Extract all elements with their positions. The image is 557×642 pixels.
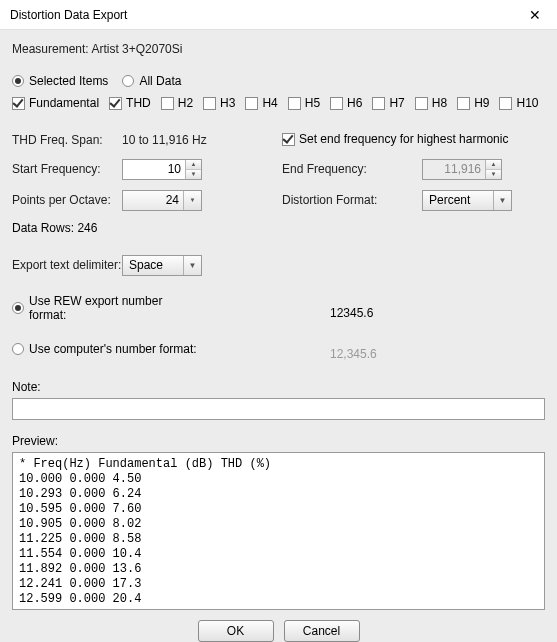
check-set-end-freq-label: Set end frequency for highest harmonic [299,132,508,146]
radio-computer-format[interactable]: Use computer's number format: [12,342,197,356]
check-thd[interactable]: THD [109,96,151,110]
cancel-button[interactable]: Cancel [284,620,360,642]
end-freq-value: 11,916 [423,162,485,176]
check-h7[interactable]: H7 [372,96,404,110]
datarows: Data Rows: 246 [12,221,545,235]
distortion-format-label: Distortion Format: [282,193,422,207]
checkbox-icon [161,97,174,110]
note-input[interactable] [12,398,545,420]
spinner[interactable]: ▲ ▼ [185,160,201,179]
close-button[interactable]: ✕ [512,0,557,30]
cancel-button-label: Cancel [303,624,340,638]
preview-row: 10.293 0.000 6.24 [19,487,141,501]
ppo-label: Points per Octave: [12,193,122,207]
checkbox-icon [415,97,428,110]
scope-row: Selected Items All Data [12,74,545,88]
preview-row: 10.000 0.000 4.50 [19,472,141,486]
distortion-format-select[interactable]: Percent ▼ [422,190,512,211]
check-h3[interactable]: H3 [203,96,235,110]
close-icon: ✕ [529,7,541,23]
checkbox-icon [457,97,470,110]
checkbox-icon [499,97,512,110]
radio-rew-format-label: Use REW export number format: [29,294,198,322]
chevron-down-icon: ▼ [183,256,201,275]
checkbox-icon [282,133,295,146]
preview-row: 11.554 0.000 10.4 [19,547,141,561]
radio-selected-items-label: Selected Items [29,74,108,88]
chevron-down-icon: ▼ [184,191,201,210]
chevron-down-icon: ▼ [486,170,501,179]
checkbox-icon [109,97,122,110]
ok-button[interactable]: OK [198,620,274,642]
note-section: Note: [12,380,545,420]
check-h10[interactable]: H10 [499,96,538,110]
checkbox-icon [288,97,301,110]
check-set-end-freq[interactable]: Set end frequency for highest harmonic [282,132,508,146]
radio-dot-icon [12,302,24,314]
check-thd-label: THD [126,96,151,110]
check-h6[interactable]: H6 [330,96,362,110]
preview-label: Preview: [12,434,545,448]
preview-row: 11.892 0.000 13.6 [19,562,141,576]
check-h6-label: H6 [347,96,362,110]
measurement-value: Artist 3+Q2070Si [91,42,182,56]
check-h3-label: H3 [220,96,235,110]
preview-row: 11.225 0.000 8.58 [19,532,141,546]
preview-row: 12.241 0.000 17.3 [19,577,141,591]
number-format-group: Use REW export number format: 12345.6 Us… [12,294,545,366]
preview-header: * Freq(Hz) Fundamental (dB) THD (%) [19,457,271,471]
ppo-select[interactable]: 24 ▼ [122,190,202,211]
chevron-up-icon[interactable]: ▲ [186,160,201,170]
preview-row: 12.599 0.000 20.4 [19,592,141,606]
radio-dot-icon [12,343,24,355]
distortion-format-value: Percent [423,193,493,207]
measurement-label: Measurement: [12,42,89,56]
delimiter-row: Export text delimiter: Space ▼ [12,255,545,276]
computer-format-example: 12,345.6 [330,347,400,361]
titlebar: Distortion Data Export ✕ [0,0,557,30]
measurement-row: Measurement: Artist 3+Q2070Si [12,42,545,56]
checkbox-icon [203,97,216,110]
radio-selected-items[interactable]: Selected Items [12,74,108,88]
thd-span-value: 10 to 11,916 Hz [122,133,242,147]
check-fundamental[interactable]: Fundamental [12,96,99,110]
ok-button-label: OK [227,624,244,638]
rew-format-example: 12345.6 [330,306,400,320]
check-h8-label: H8 [432,96,447,110]
check-h9[interactable]: H9 [457,96,489,110]
check-h8[interactable]: H8 [415,96,447,110]
window-title: Distortion Data Export [10,8,127,22]
radio-dot-icon [122,75,134,87]
check-h4[interactable]: H4 [245,96,277,110]
dropdown-arrow[interactable]: ▼ [183,191,201,210]
check-h10-label: H10 [516,96,538,110]
check-fundamental-label: Fundamental [29,96,99,110]
button-row: OK Cancel [12,620,545,642]
dialog-content: Measurement: Artist 3+Q2070Si Selected I… [0,30,557,642]
check-h9-label: H9 [474,96,489,110]
check-h5[interactable]: H5 [288,96,320,110]
radio-rew-format[interactable]: Use REW export number format: [12,294,198,322]
checkbox-icon [245,97,258,110]
frequency-grid: THD Freq. Span: 10 to 11,916 Hz Set end … [12,132,545,211]
chevron-down-icon: ▼ [493,191,511,210]
radio-all-data[interactable]: All Data [122,74,181,88]
delimiter-value: Space [123,258,183,272]
datarows-label: Data Rows: [12,221,74,235]
delimiter-label: Export text delimiter: [12,258,122,272]
check-h2[interactable]: H2 [161,96,193,110]
spinner: ▲ ▼ [485,160,501,179]
preview-row: 10.595 0.000 7.60 [19,502,141,516]
radio-computer-format-label: Use computer's number format: [29,342,197,356]
check-h5-label: H5 [305,96,320,110]
radio-all-data-label: All Data [139,74,181,88]
checkbox-icon [372,97,385,110]
start-freq-input[interactable]: 10 ▲ ▼ [122,159,202,180]
harmonics-row: Fundamental THD H2 H3 H4 H5 H6 H7 H8 H9 … [12,96,545,110]
delimiter-select[interactable]: Space ▼ [122,255,202,276]
datarows-value: 246 [77,221,97,235]
end-freq-label: End Frequency: [282,162,422,176]
check-h2-label: H2 [178,96,193,110]
preview-box[interactable]: * Freq(Hz) Fundamental (dB) THD (%) 10.0… [12,452,545,610]
chevron-down-icon[interactable]: ▼ [186,170,201,179]
